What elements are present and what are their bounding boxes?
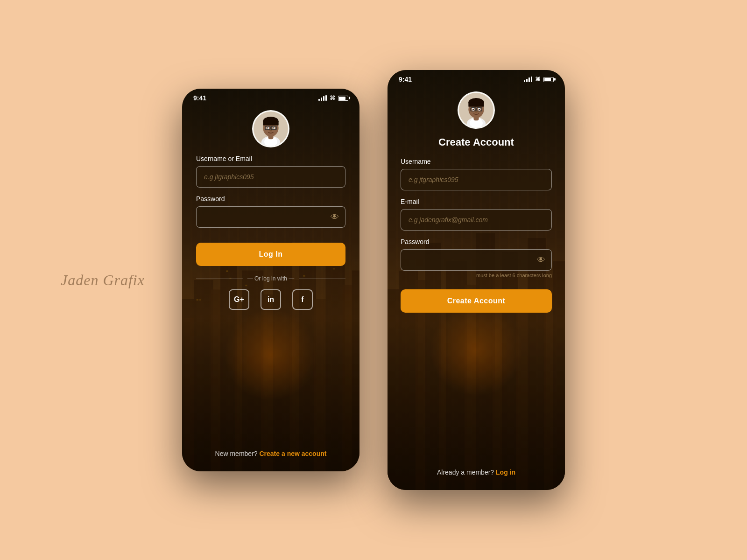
already-member-text: Already a member? — [437, 469, 494, 476]
watermark: Jaden Grafix — [61, 272, 145, 289]
reg-email-input[interactable] — [401, 209, 552, 231]
avatar-container-2 — [388, 91, 565, 129]
social-icons-group: G+ in f — [196, 289, 345, 310]
google-plus-button[interactable]: G+ — [229, 289, 249, 310]
avatar-svg-2 — [459, 91, 493, 129]
status-time-2: 9:41 — [399, 76, 412, 83]
svg-point-34 — [267, 127, 268, 129]
login-link[interactable]: Log in — [496, 469, 515, 476]
status-bar-2: 9:41 ⌘ — [388, 70, 565, 87]
reg-password-input[interactable] — [401, 249, 552, 271]
svg-rect-60 — [468, 102, 484, 106]
reg-password-wrapper: 👁 — [401, 249, 552, 271]
battery-icon — [338, 96, 348, 101]
password-input-wrapper: 👁 — [196, 206, 345, 228]
reg-email-wrapper — [401, 209, 552, 231]
avatar-container-1 — [182, 110, 359, 147]
linkedin-button[interactable]: in — [261, 289, 281, 310]
phones-container: 9:41 ⌘ — [182, 70, 565, 490]
status-icons-2: ⌘ — [524, 76, 554, 83]
status-icons-1: ⌘ — [318, 95, 348, 101]
page-title: Create Account — [388, 136, 565, 148]
reg-email-group: E-mail — [401, 198, 552, 231]
avatar-face-1 — [254, 112, 288, 146]
username-input-wrapper — [196, 166, 345, 188]
divider-line-left — [196, 279, 243, 279]
password-group: Password 👁 — [196, 195, 345, 228]
battery-icon-2 — [543, 77, 554, 82]
google-plus-icon: G+ — [234, 295, 244, 304]
avatar-face-2 — [459, 93, 493, 127]
linkedin-icon: in — [268, 295, 274, 304]
username-group: Username or Email — [196, 155, 345, 188]
svg-point-63 — [472, 109, 474, 110]
eye-toggle-icon-2[interactable]: 👁 — [537, 255, 545, 265]
eye-toggle-icon[interactable]: 👁 — [331, 212, 339, 222]
facebook-icon: f — [301, 295, 303, 304]
svg-point-35 — [273, 127, 275, 129]
username-input[interactable] — [196, 166, 345, 188]
password-label: Password — [196, 195, 345, 203]
signal-icon-2 — [524, 77, 532, 82]
phone-login: 9:41 ⌘ — [182, 89, 359, 471]
reg-email-label: E-mail — [401, 198, 552, 205]
divider: — Or log in with — — [196, 275, 345, 282]
facebook-button[interactable]: f — [292, 289, 313, 310]
wifi-icon: ⌘ — [330, 95, 335, 101]
username-label: Username or Email — [196, 155, 345, 162]
reg-password-label: Password — [401, 238, 552, 245]
create-account-button[interactable]: Create Account — [401, 289, 552, 313]
form-area-2: Username E-mail Password — [388, 158, 565, 452]
reg-password-group: Password 👁 must be a least 6 characters … — [401, 238, 552, 278]
svg-point-64 — [479, 109, 480, 110]
password-hint: must be a least 6 characters long — [401, 273, 552, 278]
reg-username-input[interactable] — [401, 169, 552, 190]
status-time-1: 9:41 — [193, 94, 206, 102]
bottom-text-2: Already a member? Log in — [388, 461, 565, 490]
wifi-icon-2: ⌘ — [535, 76, 541, 83]
form-area-1: Username or Email Password 👁 Log In — [182, 155, 359, 442]
reg-username-label: Username — [401, 158, 552, 165]
avatar-1 — [252, 110, 289, 147]
divider-line-right — [299, 279, 345, 279]
reg-username-group: Username — [401, 158, 552, 190]
svg-point-39 — [269, 130, 272, 132]
divider-text: — Or log in with — — [247, 275, 295, 282]
svg-point-68 — [475, 111, 478, 113]
svg-rect-31 — [263, 121, 278, 125]
create-account-link[interactable]: Create a new account — [259, 450, 326, 457]
new-member-text: New member? — [215, 450, 258, 457]
status-bar-1: 9:41 ⌘ — [182, 89, 359, 105]
avatar-2 — [458, 91, 495, 129]
reg-username-wrapper — [401, 169, 552, 190]
login-button[interactable]: Log In — [196, 243, 345, 266]
signal-icon — [318, 95, 327, 101]
phone-register: 9:41 ⌘ — [388, 70, 565, 490]
phone2-content: 9:41 ⌘ — [388, 70, 565, 490]
phone1-content: 9:41 ⌘ — [182, 89, 359, 471]
password-input[interactable] — [196, 206, 345, 228]
avatar-svg — [254, 110, 288, 147]
bottom-text-1: New member? Create a new account — [182, 442, 359, 471]
